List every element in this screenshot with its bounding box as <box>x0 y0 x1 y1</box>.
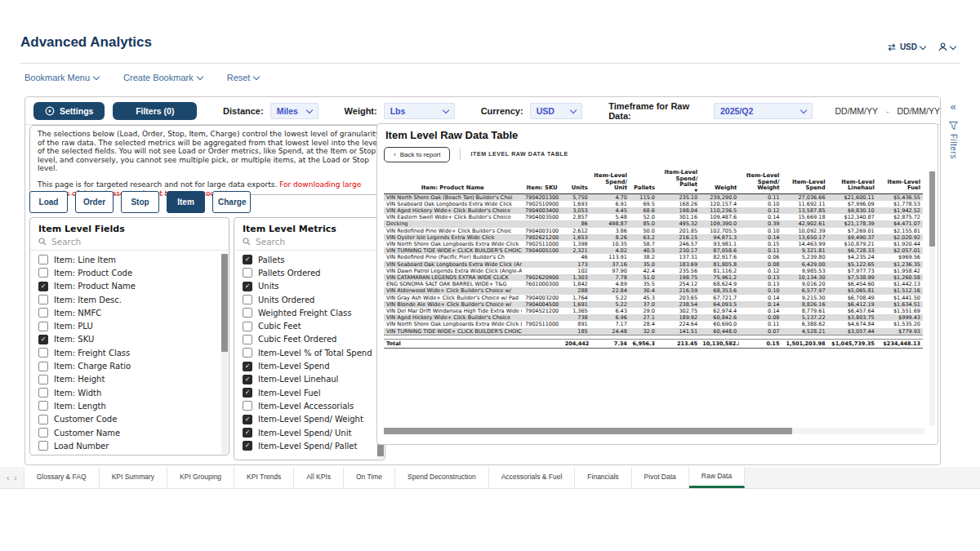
column-header-units[interactable]: Units <box>563 169 590 193</box>
tab-kpi-trends[interactable]: KPI Trends <box>234 467 294 488</box>
checkbox[interactable] <box>38 415 48 424</box>
field-item-load-number[interactable]: Load Number <box>38 439 229 452</box>
metric-item-item-level-fuel[interactable]: ✓Item-Level Fuel <box>243 386 385 399</box>
level-button-stop[interactable]: Stop <box>121 191 159 213</box>
checkbox[interactable] <box>38 348 48 358</box>
column-header-pallets[interactable]: Pallets <box>630 169 657 193</box>
tab-kpi-summary[interactable]: KPI Summary <box>100 467 167 488</box>
checkbox[interactable] <box>243 268 252 278</box>
date-to-input[interactable]: DD/MM/YY <box>898 106 941 116</box>
checkbox[interactable] <box>243 295 252 304</box>
metric-item-item-level-spend[interactable]: ✓Item-Level Spend <box>243 359 385 372</box>
field-item-item-product-code[interactable]: Item: Product Code <box>38 266 229 279</box>
checkbox[interactable] <box>243 348 252 358</box>
currency-selector[interactable]: USD <box>887 42 925 51</box>
field-item-item-item-desc[interactable]: Item: Item Desc. <box>38 293 229 306</box>
bookmark-menu-create-bookmark[interactable]: Create Bookmark <box>123 73 203 82</box>
metric-item-item-level-accessorials[interactable]: Item-Level Accessorials <box>243 399 385 412</box>
tab-spend-deconstruction[interactable]: Spend Deconstruction <box>395 467 489 488</box>
metric-item-units[interactable]: ✓Units <box>243 280 385 293</box>
weight-select[interactable]: Lbs <box>384 103 455 119</box>
checkbox[interactable] <box>38 362 48 371</box>
metric-item-weighted-freight-class[interactable]: Weighted Freight Class <box>243 306 385 319</box>
tab-kpi-grouping[interactable]: KPI Grouping <box>167 467 234 488</box>
tab-next-icon[interactable]: › <box>12 473 18 482</box>
expand-pane-icon[interactable]: « <box>950 101 956 112</box>
checkbox[interactable]: ✓ <box>243 375 252 384</box>
field-item-item-nmfc[interactable]: Item: NMFC <box>38 306 229 319</box>
back-to-report-button[interactable]: ‹ Back to report <box>384 147 450 162</box>
tab-all-kpis[interactable]: All KPIs <box>294 467 344 488</box>
checkbox[interactable]: ✓ <box>38 282 48 291</box>
checkbox[interactable] <box>38 388 48 398</box>
column-header-item-level-spend-weight[interactable]: Item-Level Spend/ Weight <box>739 169 782 193</box>
bookmark-menu-bookmark-menu[interactable]: Bookmark Menu <box>24 73 99 82</box>
tab-pivot-data[interactable]: Pivot Data <box>632 467 689 488</box>
user-menu[interactable] <box>938 42 956 51</box>
checkbox[interactable] <box>38 308 48 318</box>
checkbox[interactable] <box>243 322 252 331</box>
field-item-customer-name[interactable]: Customer Name <box>38 426 229 439</box>
metric-item-item-level-linehaul[interactable]: ✓Item-Level Linehaul <box>243 373 385 386</box>
checkbox[interactable] <box>38 295 48 304</box>
column-header-item-sku[interactable]: Item: SKU <box>522 169 563 193</box>
tab-prev-icon[interactable]: ‹ <box>5 473 11 482</box>
level-button-load[interactable]: Load <box>29 191 68 213</box>
checkbox[interactable]: ✓ <box>243 415 252 424</box>
field-item-item-sku[interactable]: ✓Item: SKU <box>38 333 229 346</box>
metric-item-pallets-ordered[interactable]: Pallets Ordered <box>243 266 385 279</box>
column-header-weight[interactable]: Weight <box>700 169 739 193</box>
checkbox[interactable]: ✓ <box>243 362 252 371</box>
table-vertical-scrollbar-thumb[interactable] <box>929 171 935 247</box>
bookmark-menu-reset[interactable]: Reset <box>227 73 260 82</box>
column-header-item-level-fuel[interactable]: Item-Level Fuel <box>877 169 923 193</box>
checkbox[interactable] <box>243 308 252 318</box>
field-item-item-line-item[interactable]: Item: Line Item <box>38 253 229 266</box>
field-item-item-length[interactable]: Item: Length <box>38 399 229 412</box>
column-header-item-product-name[interactable]: Item: Product Name <box>384 169 522 193</box>
column-header-item-level-spend-unit[interactable]: Item-Level Spend/ Unit <box>590 169 630 193</box>
filters-button[interactable]: Filters (0) <box>113 102 197 120</box>
metric-item-units-ordered[interactable]: Units Ordered <box>243 293 385 306</box>
field-item-item-product-name[interactable]: ✓Item: Product Name <box>38 280 229 293</box>
fields-scrollbar-thumb[interactable] <box>221 254 228 352</box>
tab-accessorials-fuel[interactable]: Accessorials & Fuel <box>489 467 576 488</box>
field-item-item-plu[interactable]: Item: PLU <box>38 319 229 332</box>
checkbox[interactable]: ✓ <box>243 282 252 291</box>
metric-item-item-level-spend-unit[interactable]: ✓Item-Level Spend/ Unit <box>243 426 385 439</box>
metric-item-pallets[interactable]: ✓Pallets <box>243 253 385 266</box>
checkbox[interactable] <box>243 401 252 411</box>
fields-search-input[interactable]: Search <box>30 235 229 251</box>
tab-on-time[interactable]: On Time <box>344 467 395 488</box>
metrics-search-input[interactable]: Search <box>234 235 385 251</box>
checkbox[interactable]: ✓ <box>243 441 252 451</box>
checkbox[interactable] <box>243 335 252 344</box>
date-from-input[interactable]: DD/MM/YY <box>835 106 879 116</box>
metric-item-cubic-feet-ordered[interactable]: Cubic Feet Ordered <box>243 333 385 346</box>
tab-raw-data[interactable]: Raw Data <box>689 467 745 488</box>
field-item-item-width[interactable]: Item: Width <box>38 386 229 399</box>
level-button-item[interactable]: Item <box>167 191 205 213</box>
settings-button[interactable]: Settings <box>33 102 105 120</box>
field-item-customer-code[interactable]: Customer Code <box>38 413 229 426</box>
checkbox[interactable]: ✓ <box>38 335 48 344</box>
filters-pane-tab[interactable]: Filters <box>949 122 958 159</box>
checkbox[interactable] <box>38 255 48 264</box>
field-item-item-freight-class[interactable]: Item: Freight Class <box>38 346 229 359</box>
metric-item-item-level-spend-weight[interactable]: ✓Item-Level Spend/ Weight <box>243 413 385 426</box>
checkbox[interactable] <box>38 441 48 451</box>
timeframe-select[interactable]: 2025/Q2 <box>714 103 813 119</box>
currency-select[interactable]: USD <box>530 103 583 119</box>
checkbox[interactable] <box>38 322 48 331</box>
checkbox[interactable] <box>38 401 48 411</box>
column-header-item-level-spend[interactable]: Item-Level Spend <box>782 169 827 193</box>
metric-item-cubic-feet[interactable]: Cubic Feet <box>243 319 385 332</box>
column-header-item-level-linehaul[interactable]: Item-Level Linehaul <box>828 169 877 193</box>
checkbox[interactable] <box>38 268 48 278</box>
table-horizontal-scrollbar-thumb[interactable] <box>384 428 792 434</box>
checkbox[interactable] <box>38 428 48 438</box>
tab-financials[interactable]: Financials <box>575 467 631 488</box>
checkbox[interactable]: ✓ <box>243 255 252 264</box>
checkbox[interactable]: ✓ <box>243 428 252 438</box>
tab-glossary-faq[interactable]: Glossary & FAQ <box>24 467 100 488</box>
